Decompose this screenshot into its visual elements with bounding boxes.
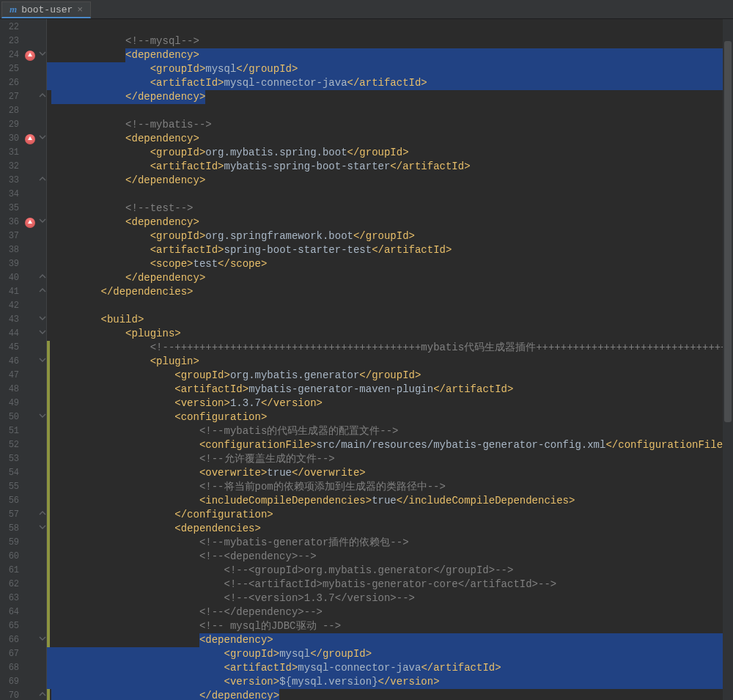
code-line[interactable]	[47, 299, 733, 313]
code-line[interactable]: <groupId>mysql</groupId>	[47, 647, 733, 661]
fold-cell	[38, 397, 46, 410]
code-line[interactable]: <version>1.3.7</version>	[47, 397, 733, 410]
code-line[interactable]: <!-- mysql的JDBC驱动 -->	[47, 619, 733, 633]
code-line[interactable]: <!--<groupId>org.mybatis.generator</grou…	[47, 564, 733, 578]
code-line[interactable]: <includeCompileDependencies>true</includ…	[47, 494, 733, 508]
code-line[interactable]: </dependency>	[47, 174, 733, 188]
gutter-icon-cell	[25, 578, 38, 592]
fold-cell[interactable]	[38, 48, 46, 62]
code-line[interactable]: <!--允许覆盖生成的文件-->	[47, 452, 733, 466]
code-line[interactable]: <dependency>	[47, 215, 733, 229]
line-number: 26	[0, 76, 25, 90]
tab-bar: m boot-user ×	[0, 0, 733, 19]
code-line[interactable]: <plugins>	[47, 327, 733, 341]
code-line[interactable]: </dependency>	[47, 271, 733, 285]
code-line[interactable]: <plugin>	[47, 355, 733, 369]
vcs-change-marker	[47, 452, 50, 466]
code-line[interactable]: <!--将当前pom的依赖项添加到生成器的类路径中-->	[47, 480, 733, 494]
code-line[interactable]: <dependencies>	[47, 522, 733, 536]
fold-cell[interactable]	[38, 90, 46, 104]
code-area[interactable]: <!--mysql--> <dependency> <groupId>mysql…	[47, 19, 733, 700]
vcs-change-marker	[47, 369, 50, 383]
fold-cell	[38, 118, 46, 132]
code-line[interactable]: <dependency>	[47, 48, 733, 62]
fold-cell	[38, 104, 46, 118]
gutter-icon-cell	[25, 522, 38, 536]
gutter-icon-cell	[25, 327, 38, 341]
code-line[interactable]: <groupId>mysql</groupId>	[47, 62, 733, 76]
gutter-icon-cell	[25, 271, 38, 285]
line-number: 57	[0, 508, 25, 522]
code-line[interactable]: <!--++++++++++++++++++++++++++++++++++++…	[47, 341, 733, 355]
code-line[interactable]: <configurationFile>src/main/resources/my…	[47, 438, 733, 452]
code-line[interactable]: <configuration>	[47, 410, 733, 424]
fold-cell[interactable]	[38, 313, 46, 327]
line-number: 67	[0, 647, 25, 661]
fold-cell[interactable]	[38, 410, 46, 424]
editor-area[interactable]: 2223242526272829303132333435363738394041…	[0, 19, 733, 700]
line-number: 27	[0, 90, 25, 104]
implementing-up-icon[interactable]	[25, 134, 35, 144]
code-line[interactable]: <dependency>	[47, 633, 733, 647]
code-line[interactable]: <!--</dependency>-->	[47, 605, 733, 619]
implementing-up-icon[interactable]	[25, 51, 35, 61]
fold-cell	[38, 438, 46, 452]
code-line[interactable]: <!--test-->	[47, 202, 733, 215]
code-line[interactable]: <!--mybatis的代码生成器的配置文件-->	[47, 424, 733, 438]
vcs-change-marker	[47, 438, 50, 452]
code-line[interactable]: <build>	[47, 313, 733, 327]
code-line[interactable]: <artifactId>mysql-connector-java</artifa…	[47, 76, 733, 90]
scrollbar-thumb[interactable]	[724, 41, 732, 422]
code-line[interactable]: <overwrite>true</overwrite>	[47, 466, 733, 480]
code-line[interactable]: <artifactId>spring-boot-starter-test</ar…	[47, 243, 733, 257]
fold-cell[interactable]	[38, 689, 46, 700]
vcs-change-marker	[47, 383, 50, 397]
code-line[interactable]	[47, 104, 733, 118]
code-line[interactable]: <!--mysql-->	[47, 34, 733, 48]
fold-cell	[38, 229, 46, 243]
fold-cell[interactable]	[38, 327, 46, 341]
fold-cell	[38, 299, 46, 313]
code-line[interactable]: <version>${mysql.version}</version>	[47, 675, 733, 689]
fold-cell[interactable]	[38, 285, 46, 299]
code-line[interactable]: <!--<dependency>-->	[47, 550, 733, 564]
code-line[interactable]	[47, 188, 733, 202]
code-line[interactable]: <artifactId>mysql-connector-java</artifa…	[47, 661, 733, 675]
fold-gutter[interactable]	[38, 19, 47, 700]
code-line[interactable]: <!--mybatis-generator插件的依赖包-->	[47, 536, 733, 550]
vertical-scrollbar[interactable]	[723, 19, 733, 700]
code-line[interactable]: </dependency>	[47, 689, 733, 700]
fold-cell[interactable]	[38, 633, 46, 647]
code-line[interactable]: <groupId>org.mybatis.generator</groupId>	[47, 369, 733, 383]
fold-cell[interactable]	[38, 215, 46, 229]
code-line[interactable]: </configuration>	[47, 508, 733, 522]
code-line[interactable]: </dependency>	[47, 90, 733, 104]
fold-cell[interactable]	[38, 355, 46, 369]
fold-cell[interactable]	[38, 271, 46, 285]
code-line[interactable]: <dependency>	[47, 132, 733, 146]
code-line[interactable]: <groupId>org.mybatis.spring.boot</groupI…	[47, 146, 733, 160]
code-line[interactable]: <!--<artifactId>mybatis-generator-core</…	[47, 578, 733, 592]
gutter-icon-cell	[25, 536, 38, 550]
fold-cell[interactable]	[38, 508, 46, 522]
fold-cell[interactable]	[38, 522, 46, 536]
gutter-icon-cell	[25, 452, 38, 466]
code-line[interactable]: <artifactId>mybatis-spring-boot-starter<…	[47, 160, 733, 174]
fold-cell	[38, 592, 46, 605]
code-line[interactable]: </dependencies>	[47, 285, 733, 299]
code-line[interactable]: <scope>test</scope>	[47, 257, 733, 271]
gutter-icon-cell	[25, 132, 38, 146]
fold-cell[interactable]	[38, 132, 46, 146]
code-line[interactable]: <!--<version>1.3.7</version>-->	[47, 592, 733, 605]
code-line[interactable]: <groupId>org.springframework.boot</group…	[47, 229, 733, 243]
gutter-icon-cell	[25, 90, 38, 104]
implementing-up-icon[interactable]	[25, 218, 35, 228]
close-icon[interactable]: ×	[77, 5, 83, 15]
code-line[interactable]: <!--mybatis-->	[47, 118, 733, 132]
tab-title: boot-user	[21, 4, 73, 15]
code-line[interactable]	[47, 21, 733, 34]
tab-boot-user[interactable]: m boot-user ×	[1, 1, 91, 18]
fold-cell[interactable]	[38, 174, 46, 188]
code-line[interactable]: <artifactId>mybatis-generator-maven-plug…	[47, 383, 733, 397]
vcs-change-marker	[47, 424, 50, 438]
